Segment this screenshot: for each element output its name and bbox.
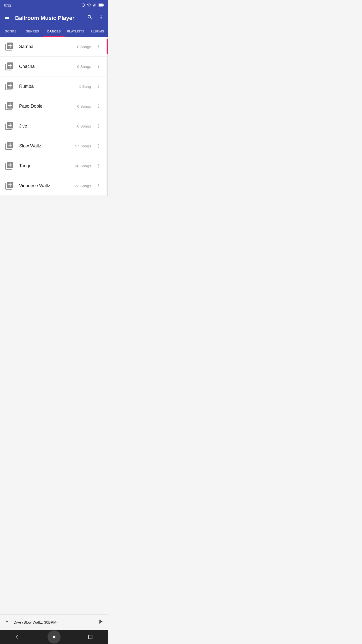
dance-name: Samba: [19, 44, 77, 49]
add-to-playlist-icon[interactable]: [4, 180, 15, 191]
dance-name: Slow Waltz: [19, 143, 75, 149]
add-to-playlist-icon[interactable]: [4, 121, 15, 131]
scrollbar-thumb[interactable]: [107, 39, 108, 54]
dance-list-item[interactable]: Tango 38 Songs: [0, 156, 107, 176]
wifi-icon: [87, 3, 92, 7]
svg-rect-1: [94, 4, 95, 7]
song-count: 0 Songs: [77, 104, 91, 108]
dance-name: Tango: [19, 163, 75, 169]
add-to-playlist-icon[interactable]: [4, 160, 15, 171]
dance-list-item[interactable]: Samba 0 Songs: [0, 37, 107, 57]
now-playing-bar: Dive (Slow Waltz: 30BPM): [0, 614, 108, 630]
scrollbar-track[interactable]: [107, 37, 108, 196]
more-options-icon[interactable]: [95, 142, 103, 150]
bottom-nav: [0, 630, 108, 644]
tabs-bar: SONGS GENRES DANCES PLAYLISTS ALBUMS: [0, 26, 108, 37]
add-to-playlist-icon[interactable]: [4, 141, 15, 151]
tab-albums[interactable]: ALBUMS: [86, 26, 108, 37]
battery-icon: [99, 3, 104, 7]
more-options-icon[interactable]: [95, 43, 103, 50]
dance-list-item[interactable]: Paso Doble 0 Songs: [0, 96, 107, 116]
more-options-icon[interactable]: [95, 102, 103, 110]
hamburger-menu-icon[interactable]: [4, 14, 10, 22]
dance-list-item[interactable]: Viennese Waltz 23 Songs: [0, 176, 107, 196]
home-button[interactable]: [48, 630, 61, 643]
status-time: 6:32: [4, 3, 11, 7]
status-icons: [81, 3, 104, 7]
app-bar: Ballroom Music Player: [0, 10, 108, 26]
more-options-icon[interactable]: [95, 182, 103, 189]
dance-name: Paso Doble: [19, 104, 77, 109]
status-bar: 6:32: [0, 0, 108, 10]
add-to-playlist-icon[interactable]: [4, 81, 15, 92]
dance-name: Chacha: [19, 64, 77, 69]
svg-rect-2: [95, 4, 95, 7]
dance-list-item[interactable]: Slow Waltz 57 Songs: [0, 136, 107, 156]
more-options-icon[interactable]: [95, 63, 103, 70]
add-to-playlist-icon[interactable]: [4, 101, 15, 111]
play-button[interactable]: [97, 618, 104, 627]
dance-list: Samba 0 Songs Chacha 0 Songs Rumba 1 Son…: [0, 37, 107, 196]
dance-list-item[interactable]: Chacha 0 Songs: [0, 57, 107, 76]
more-options-icon[interactable]: [95, 122, 103, 130]
dance-name: Rumba: [19, 84, 79, 89]
song-count: 57 Songs: [75, 144, 91, 148]
song-count: 0 Songs: [77, 64, 91, 69]
more-options-icon[interactable]: [95, 83, 103, 90]
svg-rect-5: [103, 4, 104, 6]
dance-list-item[interactable]: Jive 0 Songs: [0, 116, 107, 136]
song-count: 0 Songs: [77, 124, 91, 128]
svg-rect-0: [93, 5, 94, 7]
add-to-playlist-icon[interactable]: [4, 61, 15, 72]
back-button[interactable]: [12, 631, 24, 643]
svg-rect-3: [96, 3, 96, 7]
dance-name: Viennese Waltz: [19, 183, 75, 188]
svg-rect-6: [99, 4, 103, 6]
add-to-playlist-icon[interactable]: [4, 41, 15, 52]
app-title: Ballroom Music Player: [15, 15, 82, 21]
recents-button[interactable]: [84, 631, 97, 643]
signal-icon: [93, 3, 97, 7]
collapse-icon[interactable]: [4, 619, 10, 626]
dance-name: Jive: [19, 124, 77, 129]
sync-icon: [81, 3, 85, 7]
svg-point-7: [53, 636, 55, 638]
dance-list-item[interactable]: Rumba 1 Song: [0, 76, 107, 96]
svg-rect-8: [88, 635, 92, 639]
song-count: 0 Songs: [77, 45, 91, 49]
song-count: 38 Songs: [75, 164, 91, 168]
tab-playlists[interactable]: PLAYLISTS: [65, 26, 86, 37]
search-icon[interactable]: [87, 14, 93, 22]
more-options-icon[interactable]: [95, 162, 103, 170]
song-count: 23 Songs: [75, 184, 91, 188]
now-playing-title: Dive (Slow Waltz: 30BPM): [14, 620, 97, 624]
song-count: 1 Song: [79, 84, 91, 89]
tab-genres[interactable]: GENRES: [22, 26, 43, 37]
tab-songs[interactable]: SONGS: [0, 26, 22, 37]
tab-dances[interactable]: DANCES: [43, 26, 65, 37]
overflow-menu-icon[interactable]: [98, 14, 104, 22]
content-wrapper: Samba 0 Songs Chacha 0 Songs Rumba 1 Son…: [0, 37, 108, 196]
